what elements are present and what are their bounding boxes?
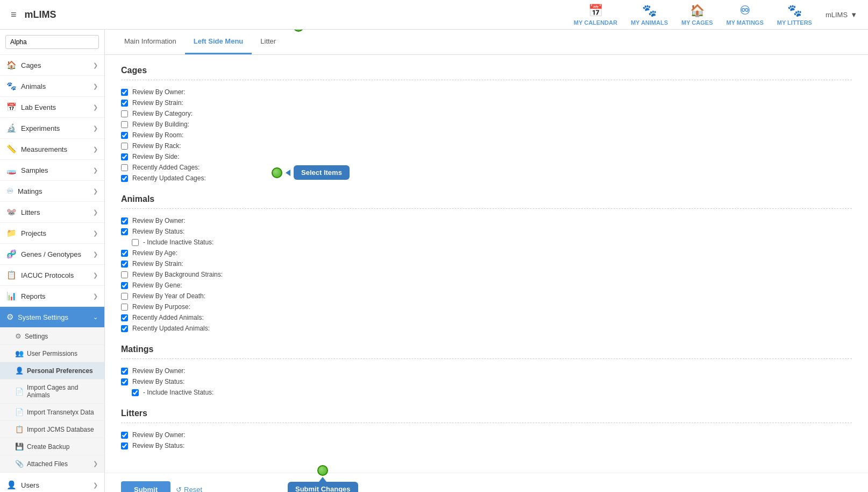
animals-checkbox-gene[interactable] [121, 282, 128, 289]
matings-checkbox-include-inactive[interactable] [132, 389, 139, 396]
nav-my-calendar-label: MY CALENDAR [574, 19, 617, 26]
tab-litter[interactable]: Litter [252, 30, 284, 54]
tab-main-info[interactable]: Main Information [116, 30, 185, 54]
cages-row-category: Review By Category: [121, 108, 852, 119]
matings-divider [121, 359, 852, 359]
subitem-import-cages-animals[interactable]: 📄 Import Cages and Animals [0, 379, 104, 404]
cages-checkbox-strain[interactable] [121, 100, 128, 107]
animals-checkbox-recently-added[interactable] [121, 314, 128, 321]
sidebar-item-measurements[interactable]: 📏Measurements ❯ [0, 139, 104, 160]
litters-label-owner: Review By Owner: [132, 431, 186, 439]
sidebar-item-genes-genotypes[interactable]: 🧬Genes / Genotypes ❯ [0, 244, 104, 265]
chevron-right-icon: ❯ [93, 293, 98, 300]
matings-icon: ♾ [6, 186, 13, 196]
sidebar-item-animals[interactable]: 🐾Animals ❯ [0, 76, 104, 97]
nav-my-cages[interactable]: 🏠 MY CAGES [681, 4, 713, 26]
cages-nav-icon: 🏠 [690, 4, 705, 18]
subitem-personal-preferences[interactable]: 👤 Personal Preferences [0, 362, 104, 379]
subitem-user-permissions[interactable]: 👥 User Permissions [0, 345, 104, 362]
subitem-import-transnetyx[interactable]: 📄 Import Transnetyx Data [0, 404, 104, 421]
cages-checkbox-recently-added[interactable] [121, 164, 128, 171]
reset-button[interactable]: ↺ Reset [176, 486, 202, 492]
matings-checkbox-status[interactable] [121, 378, 128, 385]
user-permissions-sub-icon: 👥 [15, 349, 24, 357]
hamburger-icon[interactable]: ≡ [11, 9, 17, 20]
system-settings-icon: ⚙ [6, 312, 13, 322]
animals-checkbox-strain[interactable] [121, 261, 128, 268]
animals-row-background-strains: Review By Background Strains: [121, 269, 852, 280]
cages-checkbox-recently-updated[interactable] [121, 175, 128, 182]
sidebar-item-lab-events[interactable]: 📅Lab Events ❯ [0, 97, 104, 118]
sidebar-item-cages[interactable]: 🏠Cages ❯ [0, 55, 104, 76]
cages-checkbox-owner[interactable] [121, 89, 128, 96]
users-icon: 👤 [6, 480, 17, 490]
cages-row-owner: Review By Owner: [121, 87, 852, 97]
chevron-right-icon: ❯ [93, 460, 98, 467]
matings-checkbox-owner[interactable] [121, 368, 128, 375]
subitem-personal-preferences-label: Personal Preferences [27, 367, 93, 375]
subitem-attached-files[interactable]: 📎 Attached Files ❯ [0, 455, 104, 473]
cages-checkbox-category[interactable] [121, 110, 128, 117]
sidebar-item-projects[interactable]: 📁Projects ❯ [0, 223, 104, 244]
nav-my-cages-label: MY CAGES [681, 19, 713, 26]
import-jcms-sub-icon: 📋 [15, 425, 24, 433]
cages-checkbox-rack[interactable] [121, 143, 128, 150]
nav-my-litters[interactable]: 🐾 MY LITTERS [777, 4, 812, 26]
animals-row-include-inactive: - Include Inactive Status: [132, 237, 852, 248]
sidebar-cages-label: Cages [21, 61, 41, 69]
matings-row-include-inactive: - Include Inactive Status: [132, 387, 852, 398]
animals-checkbox-include-inactive[interactable] [132, 239, 139, 246]
cages-row-recently-added: Recently Added Cages: [121, 162, 852, 173]
litters-checkbox-owner[interactable] [121, 432, 128, 439]
user-menu[interactable]: mLIMS ▼ [826, 11, 857, 19]
animals-checkbox-age[interactable] [121, 250, 128, 257]
matings-label-status: Review By Status: [132, 378, 184, 385]
animals-checkbox-owner[interactable] [121, 217, 128, 224]
animals-checkbox-background-strains[interactable] [121, 271, 128, 278]
subitem-import-jcms-label: Import JCMS Database [27, 426, 94, 433]
sidebar-measurements-label: Measurements [21, 145, 67, 153]
cages-checkbox-room[interactable] [121, 132, 128, 139]
tabs-container: Main Information Left Side Menu Litter L… [105, 30, 868, 55]
cages-section-title: Cages [121, 66, 852, 75]
cages-label-category: Review By Category: [132, 110, 193, 117]
litters-checkbox-status[interactable] [121, 442, 128, 449]
sidebar-item-litters[interactable]: 🐭Litters ❯ [0, 202, 104, 223]
animals-row-age: Review By Age: [121, 248, 852, 258]
subitem-settings[interactable]: ⚙ Settings [0, 328, 104, 345]
cages-label-strain: Review By Strain: [132, 99, 183, 107]
sidebar-matings-label: Matings [18, 187, 42, 195]
cages-checkbox-side[interactable] [121, 153, 128, 160]
sidebar-item-reports[interactable]: 📊Reports ❯ [0, 286, 104, 307]
cages-checkbox-building[interactable] [121, 121, 128, 128]
animals-label-year-of-death: Review By Year of Death: [132, 292, 205, 300]
tooltip-dot-submit [317, 465, 328, 476]
matings-section: Matings Review By Owner: Review By Statu… [121, 345, 852, 398]
tab-left-side-menu[interactable]: Left Side Menu [185, 30, 252, 54]
sidebar-item-experiments[interactable]: 🔬Experiments ❯ [0, 118, 104, 139]
sidebar-item-users[interactable]: 👤Users ❯ [0, 475, 104, 492]
sidebar-search-area [0, 30, 104, 55]
cages-row-rack: Review By Rack: [121, 140, 852, 151]
animals-label-strain: Review By Strain: [132, 260, 183, 268]
sidebar-item-system-settings[interactable]: ⚙System Settings ⌄ [0, 307, 104, 328]
sidebar-search-input[interactable] [5, 35, 99, 49]
sidebar-item-iacuc-protocols[interactable]: 📋IACUC Protocols ❯ [0, 265, 104, 286]
subitem-create-backup[interactable]: 💾 Create Backup [0, 438, 104, 455]
sidebar-item-matings[interactable]: ♾Matings ❯ [0, 181, 104, 202]
animals-checkbox-recently-updated[interactable] [121, 325, 128, 332]
nav-my-calendar[interactable]: 📅 MY CALENDAR [574, 4, 617, 26]
import-cages-sub-icon: 📄 [15, 388, 24, 396]
subitem-import-jcms[interactable]: 📋 Import JCMS Database [0, 421, 104, 438]
nav-my-matings[interactable]: ♾ MY MATINGS [726, 4, 763, 26]
animals-checkbox-year-of-death[interactable] [121, 293, 128, 300]
cages-label-room: Review By Room: [132, 131, 183, 139]
nav-my-animals[interactable]: 🐾 MY ANIMALS [631, 4, 668, 26]
submit-button[interactable]: Submit [121, 481, 170, 492]
tab-litter-label: Litter [260, 37, 276, 45]
animals-checkbox-purpose[interactable] [121, 304, 128, 311]
animals-checkbox-status[interactable] [121, 228, 128, 235]
sidebar-item-samples[interactable]: 🧫Samples ❯ [0, 160, 104, 181]
cages-row-strain: Review By Strain: [121, 97, 852, 108]
animals-label-background-strains: Review By Background Strains: [132, 271, 223, 278]
